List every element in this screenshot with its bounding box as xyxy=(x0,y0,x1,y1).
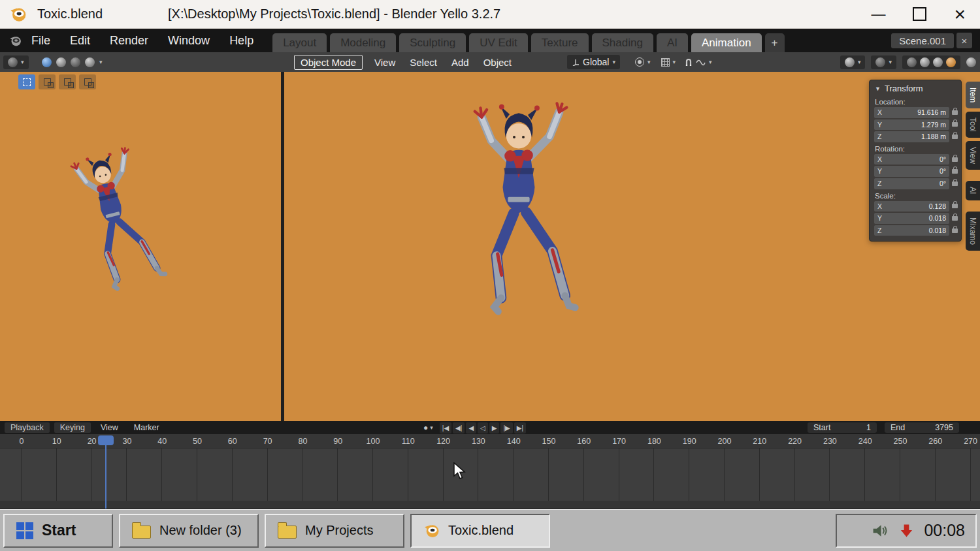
menu-file[interactable]: File xyxy=(22,34,60,48)
character-small[interactable] xyxy=(40,125,191,328)
sidebar-tab-tool[interactable]: Tool xyxy=(966,112,980,138)
auto-keying-button[interactable]: ● ▾ xyxy=(423,423,433,432)
keying-menu[interactable]: Keying xyxy=(54,422,91,433)
jump-to-start-button[interactable]: |◀ xyxy=(440,422,451,433)
viewport-menu-select[interactable]: Select xyxy=(402,57,444,68)
tab-shading[interactable]: Shading xyxy=(592,33,653,52)
frame-start-field[interactable]: Start 1 xyxy=(808,422,877,433)
viewport-menu-object[interactable]: Object xyxy=(476,57,519,68)
mode-icon[interactable] xyxy=(56,57,66,67)
proportional-falloff-icon[interactable] xyxy=(696,59,706,66)
playhead-marker[interactable] xyxy=(98,435,114,445)
add-workspace-button[interactable]: + xyxy=(765,33,785,52)
menu-render[interactable]: Render xyxy=(100,34,158,48)
rotation-x-field[interactable]: X 0° xyxy=(874,154,949,165)
scene-selector[interactable]: Scene.001 xyxy=(891,33,954,48)
object-mode-dropdown[interactable]: Object Mode xyxy=(294,55,363,70)
sidebar-tab-ai[interactable]: AI xyxy=(966,181,980,200)
location-y-field[interactable]: Y 1.279 m xyxy=(874,119,949,131)
jump-to-end-button[interactable]: ▶| xyxy=(514,422,526,433)
lock-icon[interactable] xyxy=(952,216,958,221)
down-arrow-icon[interactable] xyxy=(899,523,914,539)
blender-menu-icon[interactable] xyxy=(9,35,22,47)
chevron-down-icon[interactable]: ▾ xyxy=(99,59,103,65)
pivot-point-icon[interactable] xyxy=(635,57,644,67)
location-z-field[interactable]: Z 1.188 m xyxy=(874,131,949,142)
lock-icon[interactable] xyxy=(952,181,958,186)
chevron-down-icon[interactable]: ▾ xyxy=(673,59,676,65)
playback-menu[interactable]: Playback xyxy=(5,422,50,433)
mode-icon[interactable] xyxy=(71,57,80,67)
tab-animation[interactable]: Animation xyxy=(691,33,762,52)
tab-modeling[interactable]: Modeling xyxy=(330,33,396,52)
chevron-down-icon[interactable]: ▾ xyxy=(647,59,651,65)
tab-uv-edit[interactable]: UV Edit xyxy=(469,33,528,52)
start-button[interactable]: Start xyxy=(3,514,113,548)
tab-texture[interactable]: Texture xyxy=(531,33,589,52)
shading-solid-icon[interactable] xyxy=(920,57,930,67)
lock-icon[interactable] xyxy=(952,134,958,139)
scale-y-field[interactable]: Y 0.018 xyxy=(874,213,949,224)
rotation-z-field[interactable]: Z 0° xyxy=(874,178,949,189)
mode-icon[interactable] xyxy=(85,57,95,67)
prev-frame-button[interactable]: ◀ xyxy=(466,422,476,433)
taskbar-item-new-folder[interactable]: New folder (3) xyxy=(119,514,259,548)
frame-end-field[interactable]: End 3795 xyxy=(885,422,959,433)
play-reverse-button[interactable]: ◁ xyxy=(478,422,488,433)
sidebar-tab-view[interactable]: View xyxy=(966,141,980,170)
timeline-marker-menu[interactable]: Marker xyxy=(128,423,165,432)
lock-icon[interactable] xyxy=(952,122,958,127)
mode-icon-active[interactable] xyxy=(42,57,52,67)
rotation-y-field[interactable]: Y 0° xyxy=(874,166,949,177)
timeline-ruler[interactable]: 0102030405060708090100110120130140150160… xyxy=(0,434,980,449)
menu-window[interactable]: Window xyxy=(158,34,220,48)
tab-sculpting[interactable]: Sculpting xyxy=(399,33,466,52)
menu-edit[interactable]: Edit xyxy=(60,34,100,48)
character-large[interactable] xyxy=(433,81,604,355)
transform-orientation-dropdown[interactable]: Global ▾ xyxy=(567,55,620,69)
taskbar-item-toxic-blend[interactable]: Toxic.blend xyxy=(410,514,550,548)
sidebar-tab-item[interactable]: Item xyxy=(966,82,980,108)
tab-ai[interactable]: AI xyxy=(657,33,688,52)
select-box-tool[interactable] xyxy=(18,74,35,89)
transform-panel-header[interactable]: ▼ Transform xyxy=(870,80,961,95)
timeline-view-menu[interactable]: View xyxy=(95,423,124,432)
prev-keyframe-button[interactable]: ◀| xyxy=(453,422,465,433)
lock-icon[interactable] xyxy=(952,228,958,233)
minimize-button[interactable]: — xyxy=(871,7,885,22)
sidebar-tab-mixamo[interactable]: Mixamo xyxy=(966,212,980,251)
scale-x-field[interactable]: X 0.128 xyxy=(874,201,949,212)
viewport-menu-add[interactable]: Add xyxy=(444,57,476,68)
volume-icon[interactable] xyxy=(872,523,889,539)
select-intersect-tool[interactable] xyxy=(79,74,96,89)
play-forward-button[interactable]: ▶ xyxy=(489,422,500,433)
shading-rendered-icon[interactable] xyxy=(946,57,956,67)
snap-grid-icon[interactable] xyxy=(661,58,670,67)
taskbar-item-my-projects[interactable]: My Projects xyxy=(265,514,404,548)
lock-icon[interactable] xyxy=(952,204,958,208)
render-preview-icon[interactable] xyxy=(966,57,976,67)
tab-layout[interactable]: Layout xyxy=(272,33,327,52)
scene-unlink-button[interactable]: × xyxy=(956,33,972,48)
lock-icon[interactable] xyxy=(952,110,958,115)
location-x-field[interactable]: X 91.616 m xyxy=(874,107,949,118)
close-button[interactable]: × xyxy=(954,5,966,24)
shading-material-icon[interactable] xyxy=(933,57,943,67)
scale-z-field[interactable]: Z 0.018 xyxy=(874,225,949,236)
maximize-button[interactable] xyxy=(913,7,926,21)
select-extend-tool[interactable] xyxy=(39,74,56,89)
select-subtract-tool[interactable] xyxy=(59,74,76,89)
viewport-left[interactable] xyxy=(0,72,281,421)
lock-icon[interactable] xyxy=(952,169,958,174)
show-gizmo-button[interactable]: ▾ xyxy=(840,55,866,69)
next-keyframe-button[interactable]: |▶ xyxy=(500,422,512,433)
chevron-down-icon[interactable]: ▾ xyxy=(709,59,712,65)
timeline-tracks[interactable] xyxy=(0,449,980,509)
menu-help[interactable]: Help xyxy=(220,34,263,48)
snap-magnet-icon[interactable] xyxy=(685,58,693,67)
viewport-menu-view[interactable]: View xyxy=(367,57,402,68)
editor-type-button[interactable]: ▾ xyxy=(3,55,29,69)
shading-wireframe-icon[interactable] xyxy=(907,57,917,67)
lock-icon[interactable] xyxy=(952,157,958,162)
show-overlays-button[interactable]: ▾ xyxy=(871,55,896,69)
